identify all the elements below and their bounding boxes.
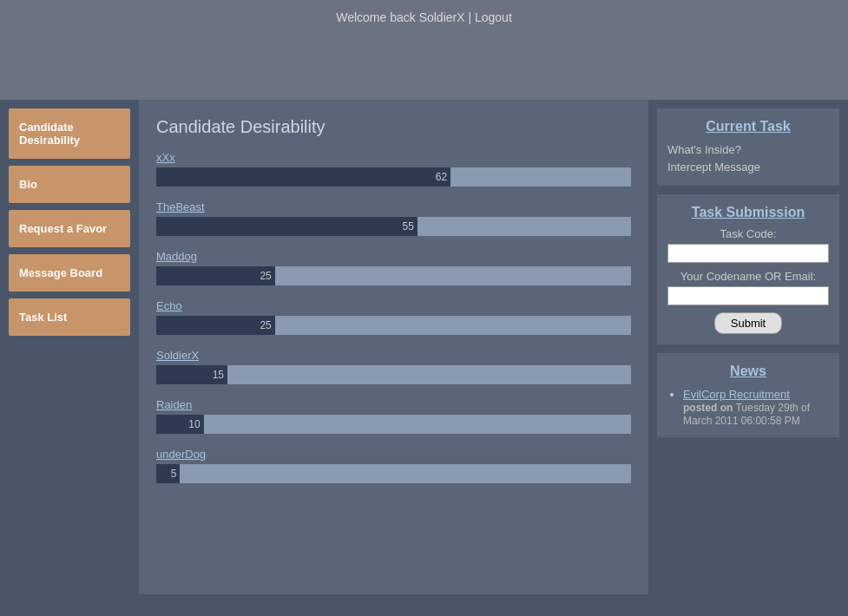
candidate-bar-container: 5 <box>156 464 631 483</box>
candidate-bar-container: 10 <box>156 415 631 434</box>
candidate-entry: TheBeast55 <box>156 200 631 236</box>
candidate-name-link[interactable]: SoldierX <box>156 349 631 362</box>
page-title: Candidate Desirability <box>156 117 631 137</box>
news-box: News EvilCorp Recruitment posted on Tues… <box>657 353 839 437</box>
candidate-bar-fill: 5 <box>156 464 180 483</box>
candidate-bar-container: 25 <box>156 266 631 285</box>
candidate-name-link[interactable]: xXx <box>156 151 631 164</box>
current-task-line1: What's Inside? <box>667 141 829 159</box>
candidate-bar-container: 62 <box>156 167 631 187</box>
candidate-name-link[interactable]: underDog <box>156 448 631 461</box>
main-content: Candidate Desirability xXx62TheBeast55Ma… <box>139 100 648 594</box>
candidate-bar-fill: 62 <box>156 167 450 187</box>
news-posted-label: posted on <box>683 402 733 414</box>
current-task-line2: Intercept Message <box>667 159 829 176</box>
main-layout: Candidate Desirability Bio Request a Fav… <box>0 100 848 594</box>
welcome-text: Welcome back SoldierX | Logout <box>336 10 512 24</box>
sidebar-item-task-list[interactable]: Task List <box>9 298 130 336</box>
sidebar-item-bio[interactable]: Bio <box>9 166 130 203</box>
task-submission-title: Task Submission <box>667 205 829 220</box>
candidate-entry: xXx62 <box>156 151 631 187</box>
candidate-bar-container: 55 <box>156 217 631 236</box>
candidates-container: xXx62TheBeast55Maddog25Echo25SoldierX15R… <box>156 151 631 483</box>
candidate-bar-fill: 55 <box>156 217 417 236</box>
news-item: EvilCorp Recruitment posted on Tuesday 2… <box>683 388 829 427</box>
candidate-bar-fill: 25 <box>156 266 275 285</box>
candidate-bar-fill: 15 <box>156 365 227 384</box>
header: Welcome back SoldierX | Logout <box>0 0 848 100</box>
task-code-input[interactable] <box>667 244 829 263</box>
candidate-entry: Raiden10 <box>156 398 631 434</box>
codename-label: Your Codename OR Email: <box>667 270 829 283</box>
candidate-bar-fill: 25 <box>156 316 275 335</box>
sidebar-item-request-favor[interactable]: Request a Favor <box>9 210 130 247</box>
task-code-label: Task Code: <box>667 227 829 240</box>
candidate-bar-container: 25 <box>156 316 631 335</box>
candidate-entry: Echo25 <box>156 299 631 335</box>
candidate-bar-fill: 10 <box>156 415 204 434</box>
sidebar-item-message-board[interactable]: Message Board <box>9 254 130 292</box>
candidate-entry: Maddog25 <box>156 250 631 285</box>
sidebar-item-candidate-desirability[interactable]: Candidate Desirability <box>9 108 130 159</box>
candidate-entry: underDog5 <box>156 448 631 483</box>
candidate-name-link[interactable]: Maddog <box>156 250 631 263</box>
right-panel: Current Task What's Inside? Intercept Me… <box>648 100 848 594</box>
candidate-bar-container: 15 <box>156 365 631 384</box>
task-submission-box: Task Submission Task Code: Your Codename… <box>657 194 839 344</box>
candidate-name-link[interactable]: TheBeast <box>156 200 631 213</box>
sidebar: Candidate Desirability Bio Request a Fav… <box>0 100 139 594</box>
candidate-name-link[interactable]: Echo <box>156 299 631 312</box>
news-item-date: posted on Tuesday 29th of March 2011 06:… <box>683 402 810 427</box>
candidate-entry: SoldierX15 <box>156 349 631 384</box>
news-title: News <box>667 364 829 379</box>
candidate-name-link[interactable]: Raiden <box>156 398 631 411</box>
news-item-link[interactable]: EvilCorp Recruitment <box>683 388 790 401</box>
news-list: EvilCorp Recruitment posted on Tuesday 2… <box>667 388 829 427</box>
current-task-box: Current Task What's Inside? Intercept Me… <box>657 108 839 186</box>
submit-button[interactable]: Submit <box>714 312 782 334</box>
codename-input[interactable] <box>667 286 829 305</box>
current-task-title: Current Task <box>667 119 829 134</box>
